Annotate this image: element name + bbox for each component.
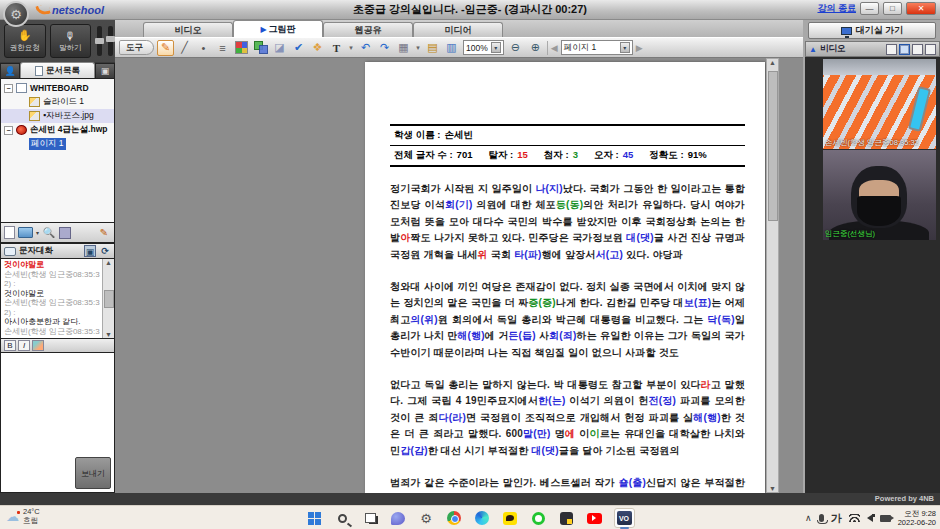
thickness-tool[interactable]: ≡	[214, 40, 231, 56]
memo-app[interactable]	[558, 510, 575, 527]
undo-button[interactable]: ↶	[357, 40, 374, 56]
new-page-button[interactable]	[4, 226, 15, 239]
color-palette-tool[interactable]	[233, 40, 250, 56]
layout-split-button[interactable]	[899, 44, 910, 55]
shape-tool[interactable]	[252, 40, 269, 56]
page-select[interactable]: 페이지 1▾	[561, 40, 633, 55]
tab-그림판[interactable]: ▶그림판	[233, 20, 323, 37]
speak-button[interactable]: 🎙 말하기	[50, 24, 92, 58]
pencil-tool[interactable]: ✎	[157, 40, 174, 56]
chat-input[interactable]: 보내기	[0, 353, 115, 493]
open-file-dropdown[interactable]: ▾	[36, 229, 39, 236]
import-tool[interactable]: ▥	[443, 40, 460, 56]
chat-save-button[interactable]: ▣	[84, 245, 96, 257]
export-tool[interactable]: ▤	[424, 40, 441, 56]
layout-single-button[interactable]	[886, 44, 897, 55]
collapse-panel-icon[interactable]: ▲	[809, 45, 817, 54]
line-tool[interactable]: ╱	[176, 40, 193, 56]
tab-미디어[interactable]: 미디어	[413, 22, 503, 37]
tree-item--자바포스-jpg[interactable]: ▪자바포스.jpg	[1, 109, 114, 123]
tab-웹공유[interactable]: 웹공유	[323, 22, 413, 37]
edge-app[interactable]	[474, 510, 491, 527]
canvas-scroll-up-icon[interactable]: ▲	[769, 59, 776, 66]
chat-send-button[interactable]: 보내기	[75, 457, 111, 489]
next-page-button[interactable]: ▶	[636, 43, 643, 53]
participants-tab[interactable]: 👤	[0, 63, 20, 78]
end-class-link[interactable]: 강의 종료	[817, 2, 856, 15]
settings-gear-icon[interactable]: ⚙	[3, 1, 29, 27]
chat-image-button[interactable]	[32, 340, 44, 351]
layout-grid-button[interactable]	[925, 44, 936, 55]
tab-비디오[interactable]: 비디오	[143, 22, 233, 37]
vo-app[interactable]: VO	[614, 508, 635, 528]
page-dropdown-icon[interactable]: ▾	[620, 42, 630, 53]
grid-tool[interactable]: ▦	[395, 40, 412, 56]
tool-menu-button[interactable]: 도구	[119, 40, 154, 55]
speaker-icon[interactable]	[867, 514, 873, 522]
tree-item-페이지-1[interactable]: 페이지 1	[1, 137, 114, 151]
minimize-button[interactable]: —	[860, 2, 879, 15]
teams-chat-button[interactable]	[390, 510, 407, 527]
chat-scroll-thumb[interactable]	[104, 290, 114, 308]
speaker-volume-slider[interactable]	[108, 26, 113, 56]
mic-volume-slider[interactable]	[97, 26, 102, 56]
video-feed-person[interactable]: 임근중(선생님)	[823, 150, 936, 240]
waiting-room-button[interactable]: 대기실 가기	[808, 22, 936, 39]
text-tool[interactable]: T	[328, 40, 345, 56]
expand-collapse-icon[interactable]: −	[4, 84, 13, 93]
zoom-select[interactable]: 100%▾	[463, 40, 504, 55]
canvas-scrollbar[interactable]: ▲ ▼	[766, 58, 779, 493]
grid-dropdown-icon[interactable]: ▾	[414, 40, 422, 56]
kakaotalk-app[interactable]	[502, 510, 519, 527]
clear-all-tool[interactable]: ❖	[309, 40, 326, 56]
chat-scroll-down-icon[interactable]: ▼	[105, 331, 112, 338]
chat-scroll-up-icon[interactable]: ▲	[105, 259, 112, 266]
tree-item-손세빈-4급논설-hwp[interactable]: −손세빈 4급논설.hwp	[1, 123, 114, 137]
chat-bold-button[interactable]: B	[4, 340, 16, 351]
search-button[interactable]	[334, 510, 351, 527]
text-dropdown-icon[interactable]: ▾	[347, 40, 355, 56]
settings-app[interactable]: ⚙	[418, 510, 435, 527]
eraser-tool[interactable]: ◪	[271, 40, 288, 56]
start-button[interactable]	[306, 510, 323, 527]
whiteboard-canvas[interactable]: 학생 이름 : 손세빈 전체 글자 수 :701탈자 :15첨자 :3오자 :4…	[115, 58, 803, 493]
request-permission-button[interactable]: ✋ 권한요청	[4, 24, 46, 58]
chat-refresh-button[interactable]: ⟳	[99, 245, 111, 257]
chat-message-list[interactable]: ▲ ▼ 것이야말로손세빈(학생 임근중08:35:32) :것이야말로손세빈(학…	[0, 259, 115, 339]
camera-icon[interactable]	[880, 515, 891, 522]
canvas-scroll-thumb[interactable]	[768, 71, 778, 221]
band-app[interactable]	[530, 510, 547, 527]
prev-page-button[interactable]: ◀	[551, 43, 558, 53]
hidden-icons-chevron[interactable]: ∧	[805, 513, 812, 523]
ime-indicator[interactable]: 가	[831, 511, 842, 526]
redo-button[interactable]: ↷	[376, 40, 393, 56]
check-tool[interactable]: ✔	[290, 40, 307, 56]
layout-list-button[interactable]	[912, 44, 923, 55]
zoom-out-button[interactable]: ⊖	[507, 40, 524, 56]
extra-tab[interactable]: ▣	[95, 63, 115, 78]
edit-pencil-button[interactable]: ✎	[97, 226, 111, 240]
mic-tray-icon[interactable]	[819, 514, 824, 522]
maximize-button[interactable]: □	[883, 2, 902, 15]
save-document-button[interactable]	[59, 227, 71, 239]
video-feed-calculator[interactable]: 손세빈(학생 임근중08:35:32	[823, 59, 936, 149]
canvas-scroll-down-icon[interactable]: ▼	[769, 485, 776, 492]
preview-button[interactable]: 🔍	[42, 226, 56, 240]
point-tool[interactable]: •	[195, 40, 212, 56]
document-list-tab[interactable]: 문서목록	[20, 62, 95, 78]
tree-item-WHITEBOARD[interactable]: −WHITEBOARD	[1, 81, 114, 95]
expand-collapse-icon[interactable]: −	[4, 126, 13, 135]
close-button[interactable]: ✕	[906, 2, 936, 15]
tab-label: 웹공유	[355, 24, 382, 37]
clock[interactable]: 오전 9:282022-06-20	[898, 509, 936, 527]
chat-italic-button[interactable]: I	[18, 340, 30, 351]
zoom-in-button[interactable]: ⊕	[527, 40, 544, 56]
youtube-app[interactable]	[586, 510, 603, 527]
task-view-button[interactable]	[362, 510, 379, 527]
chat-scrollbar[interactable]: ▲ ▼	[102, 259, 114, 338]
wifi-icon[interactable]	[849, 514, 860, 522]
chrome-app[interactable]	[446, 510, 463, 527]
tree-item-슬라이드-1[interactable]: 슬라이드 1	[1, 95, 114, 109]
open-file-button[interactable]	[18, 227, 33, 238]
zoom-dropdown-icon[interactable]: ▾	[491, 42, 501, 53]
